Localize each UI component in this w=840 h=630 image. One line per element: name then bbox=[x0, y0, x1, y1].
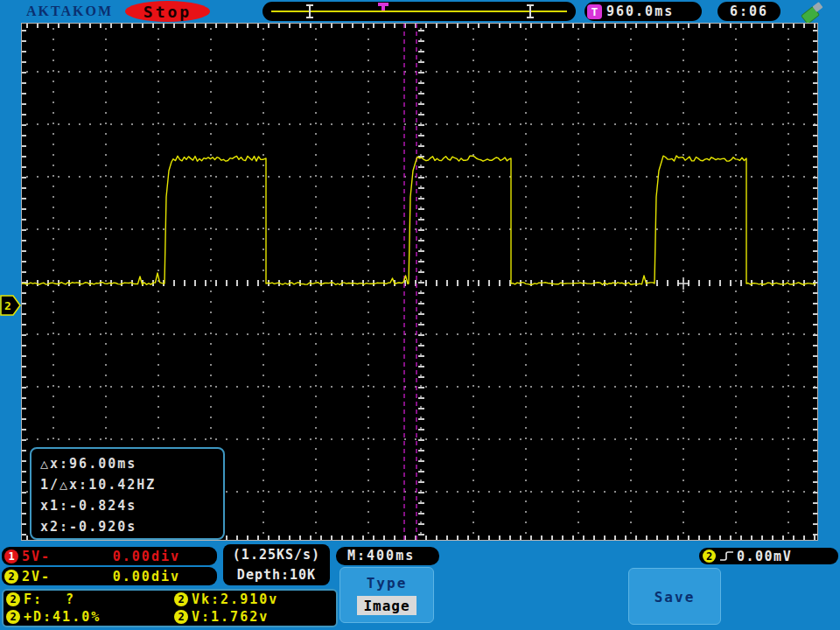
trigger-level-value: 0.00mV bbox=[737, 549, 792, 564]
cursor-frequency: 1/△x:10.42HZ bbox=[40, 474, 223, 495]
type-menu[interactable]: Type Image bbox=[340, 567, 434, 623]
trigger-position-marker[interactable] bbox=[377, 3, 389, 11]
trigger-point-cross bbox=[677, 277, 690, 290]
menu-option-image[interactable]: Image bbox=[357, 596, 416, 615]
timebase-pill: M:400ms bbox=[336, 547, 439, 565]
trigger-time-value: 960.0ms bbox=[606, 4, 674, 19]
cursor-x1: x1:-0.824s bbox=[40, 495, 223, 516]
usb-device-icon bbox=[802, 2, 826, 23]
waveform-trace bbox=[22, 156, 816, 284]
measurement-badge: 2 bbox=[174, 610, 188, 624]
window-end-bracket bbox=[527, 4, 534, 18]
measurement-badge: 2 bbox=[6, 610, 20, 624]
cursor-x2: x2:-0.920s bbox=[40, 516, 223, 537]
channel1-badge: 1 bbox=[4, 550, 18, 564]
measurement-badge: 2 bbox=[6, 592, 20, 606]
measurement-duty: 2 +D:41.0% bbox=[4, 608, 172, 626]
measurement-frequency: 2 F: ? bbox=[4, 591, 172, 608]
rising-edge-icon bbox=[719, 550, 734, 563]
channel2-marker-label: 2 bbox=[4, 299, 11, 312]
trigger-source-badge: 2 bbox=[703, 550, 716, 563]
channel2-position-marker[interactable]: 2 bbox=[0, 293, 22, 318]
trigger-position-bar bbox=[262, 2, 576, 21]
measurement-vpp: 2 Vk:2.910v bbox=[172, 591, 336, 608]
waveform-display: △x:96.00ms 1/△x:10.42HZ x1:-0.824s x2:-0… bbox=[21, 23, 818, 541]
channel2-offset: 0.00div bbox=[113, 569, 180, 584]
measurement-vavg: 2 V:1.762v bbox=[172, 608, 336, 626]
menu-title-type: Type bbox=[340, 575, 433, 592]
cursor-readout-box: △x:96.00ms 1/△x:10.42HZ x1:-0.824s x2:-0… bbox=[30, 447, 225, 540]
frequency-label: F: bbox=[24, 592, 43, 607]
frequency-value: ? bbox=[66, 592, 75, 607]
trigger-position-line bbox=[271, 10, 567, 12]
vpp-value: Vk:2.910v bbox=[192, 592, 278, 607]
save-button[interactable]: Save bbox=[628, 568, 721, 625]
trigger-time-indicator: T 960.0ms bbox=[584, 2, 702, 21]
window-start-bracket bbox=[306, 4, 313, 18]
channel1-scale: 5V- bbox=[22, 549, 51, 564]
oscilloscope-screen: AKTAKOM Stop T 960.0ms 6:06 bbox=[0, 0, 840, 630]
channel2-badge: 2 bbox=[4, 570, 18, 584]
brand-logo: AKTAKOM bbox=[26, 4, 113, 19]
cursor-delta-x: △x:96.00ms bbox=[40, 453, 223, 474]
vavg-value: V:1.762v bbox=[192, 609, 269, 625]
run-stop-status-button[interactable]: Stop bbox=[125, 1, 210, 22]
trigger-t-icon: T bbox=[587, 4, 602, 19]
channel1-status-pill: 1 5V- 0.00div bbox=[2, 547, 217, 565]
duty-value: +D:41.0% bbox=[24, 609, 101, 625]
acquisition-info-box: (1.25KS/s) Depth:10K bbox=[223, 544, 330, 585]
trigger-level-pill: 2 0.00mV bbox=[699, 548, 838, 564]
channel2-scale: 2V- bbox=[22, 569, 51, 584]
channel1-offset: 0.00div bbox=[113, 549, 180, 564]
clock: 6:06 bbox=[718, 2, 780, 21]
measurement-badge: 2 bbox=[174, 592, 188, 606]
channel2-status-pill: 2 2V- 0.00div bbox=[2, 567, 217, 585]
measurements-box: 2 F: ? 2 Vk:2.910v 2 +D:41.0% 2 V:1.762v bbox=[2, 589, 338, 627]
memory-depth: Depth:10K bbox=[223, 565, 330, 585]
sample-rate: (1.25KS/s) bbox=[223, 545, 330, 565]
